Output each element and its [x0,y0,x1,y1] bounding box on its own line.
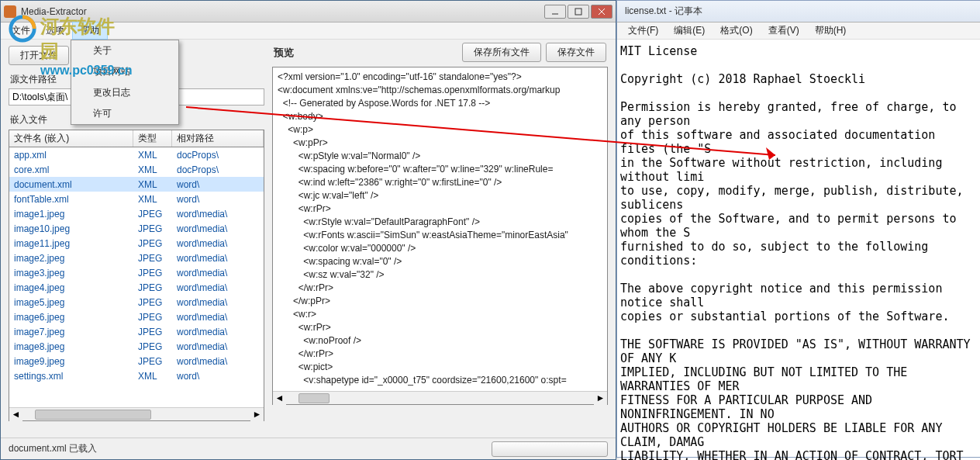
cell-name: app.xml [9,149,133,161]
table-row[interactable]: image2.jpegJPEGword\media\ [9,251,264,265]
cell-name: image6.jpeg [9,311,133,323]
cell-path: word\media\ [172,223,264,235]
cell-name: core.xml [9,164,133,176]
table-row[interactable]: image6.jpegJPEGword\media\ [9,310,264,324]
media-extractor-window: Media-Extractor 文件 选项 帮助 关于 项目网站 更改日志 许可… [0,0,616,460]
cell-path: word\media\ [172,208,264,220]
close-button[interactable] [591,5,612,19]
table-row[interactable]: image11.jpegJPEGword\media\ [9,236,264,251]
table-row[interactable]: core.xmlXMLdocProps\ [9,162,264,177]
cell-path: word\media\ [172,267,264,279]
table-row[interactable]: image5.jpegJPEGword\media\ [9,295,264,310]
table-row[interactable]: fontTable.xmlXMLword\ [9,192,264,206]
table-body: app.xmlXMLdocProps\core.xmlXMLdocProps\d… [9,147,264,408]
np-menu-file[interactable]: 文件(F) [620,22,666,39]
notepad-title: license.txt - 记事本 [620,5,977,18]
cell-type: JPEG [133,237,172,250]
table-row[interactable]: image8.jpegJPEGword\media\ [9,339,264,354]
th-name[interactable]: 文件名 (嵌入) [9,130,133,147]
dropdown-changelog[interactable]: 更改日志 [71,82,178,103]
cell-type: JPEG [133,223,172,235]
cell-name: image5.jpeg [9,296,133,309]
cell-type: XML [133,370,172,382]
table-row[interactable]: image1.jpegJPEGword\media\ [9,206,264,221]
cell-name: fontTable.xml [9,193,133,206]
cell-type: JPEG [133,311,172,323]
dropdown-license[interactable]: 许可 [71,103,178,124]
scroll-right-icon[interactable]: ► [594,392,607,405]
preview-content[interactable]: <?xml version="1.0" encoding="utf-16" st… [273,67,607,389]
table-row[interactable]: image9.jpegJPEGword\media\ [9,354,264,368]
scroll-right-icon[interactable]: ► [250,408,264,421]
notepad-body[interactable]: MIT License Copyright (c) 2018 Raphael S… [617,40,980,460]
cell-name: image2.jpeg [9,252,133,265]
file-table: 文件名 (嵌入) 类型 相对路径 app.xmlXMLdocProps\core… [9,130,264,421]
table-hscrollbar[interactable]: ◄ ► [9,407,264,420]
status-action-button[interactable] [492,441,608,457]
preview-box: <?xml version="1.0" encoding="utf-16" st… [272,67,608,405]
cell-type: JPEG [133,341,172,353]
cell-name: image11.jpeg [9,237,133,250]
scroll-left-icon[interactable]: ◄ [9,408,22,421]
cell-type: XML [133,193,172,206]
cell-path: docProps\ [172,164,264,176]
cell-type: JPEG [133,208,172,220]
preview-label: 预览 [274,46,462,60]
cell-path: word\media\ [172,311,264,323]
menubar: 文件 选项 帮助 [1,22,616,40]
np-menu-view[interactable]: 查看(V) [761,22,807,39]
status-text: document.xml 已载入 [9,442,484,455]
cell-path: docProps\ [172,149,264,161]
maximize-button[interactable] [568,5,589,19]
notepad-titlebar[interactable]: license.txt - 记事本 [617,1,980,22]
np-menu-edit[interactable]: 编辑(E) [666,22,713,39]
cell-type: JPEG [133,267,172,279]
table-row[interactable]: app.xmlXMLdocProps\ [9,147,264,162]
menu-help[interactable]: 帮助 [72,22,108,40]
dropdown-site[interactable]: 项目网站 [71,61,178,82]
cell-name: image10.jpeg [9,223,133,235]
menu-options[interactable]: 选项 [38,22,72,39]
right-panel: 预览 保存所有文件 保存文件 <?xml version="1.0" encod… [272,40,608,421]
menu-file[interactable]: 文件 [4,22,38,39]
scroll-left-icon[interactable]: ◄ [273,392,286,405]
cell-path: word\media\ [172,296,264,309]
save-all-button[interactable]: 保存所有文件 [462,43,541,62]
scroll-thumb[interactable] [35,410,151,420]
app-icon [4,5,16,18]
table-row[interactable]: document.xmlXMLword\ [9,177,264,192]
preview-hscrollbar[interactable]: ◄ ► [273,391,607,404]
th-type[interactable]: 类型 [133,130,172,147]
cell-name: image8.jpeg [9,341,133,353]
table-row[interactable]: image3.jpegJPEGword\media\ [9,265,264,280]
th-path[interactable]: 相对路径 [172,130,264,147]
cell-type: JPEG [133,252,172,265]
np-menu-help[interactable]: 帮助(H) [807,22,854,39]
cell-path: word\media\ [172,355,264,368]
help-dropdown: 关于 项目网站 更改日志 许可 [71,40,179,125]
window-title: Media-Extractor [21,6,544,17]
table-row[interactable]: image10.jpegJPEGword\media\ [9,221,264,236]
notepad-window: license.txt - 记事本 文件(F) 编辑(E) 格式(O) 查看(V… [616,0,980,458]
table-header: 文件名 (嵌入) 类型 相对路径 [9,130,264,147]
cell-name: document.xml [9,178,133,191]
cell-type: XML [133,164,172,176]
cell-path: word\media\ [172,326,264,338]
cell-name: image9.jpeg [9,355,133,368]
statusbar: document.xml 已载入 [1,438,616,459]
svg-rect-2 [575,9,581,15]
cell-path: word\media\ [172,252,264,265]
dropdown-about[interactable]: 关于 [71,40,178,61]
scroll-thumb[interactable] [298,393,330,403]
cell-path: word\ [172,370,264,382]
minimize-button[interactable] [544,5,566,19]
table-row[interactable]: image4.jpegJPEGword\media\ [9,280,264,295]
save-button[interactable]: 保存文件 [546,43,606,62]
titlebar[interactable]: Media-Extractor [1,1,616,22]
table-row[interactable]: settings.xmlXMLword\ [9,368,264,383]
np-menu-format[interactable]: 格式(O) [713,22,760,39]
table-row[interactable]: image7.jpegJPEGword\media\ [9,324,264,339]
notepad-menubar: 文件(F) 编辑(E) 格式(O) 查看(V) 帮助(H) [617,22,980,40]
cell-type: JPEG [133,326,172,338]
open-file-button[interactable]: 打开文件 [9,46,69,65]
